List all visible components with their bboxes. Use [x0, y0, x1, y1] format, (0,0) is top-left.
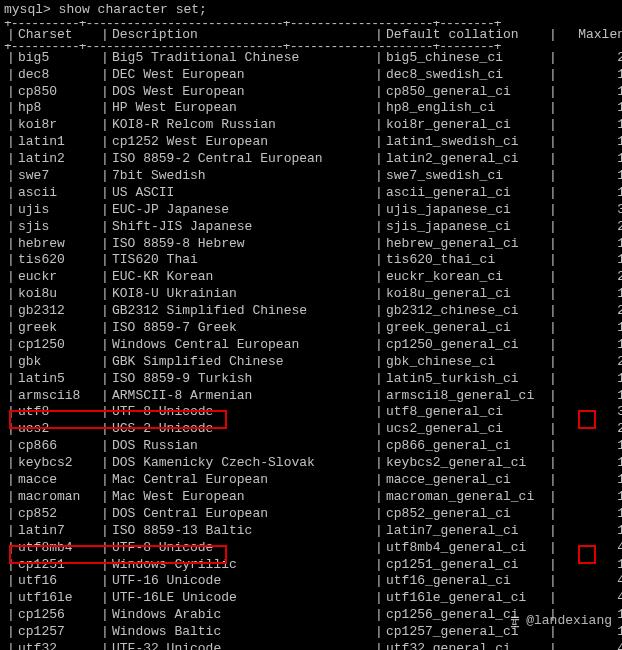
divider: |: [98, 540, 112, 557]
divider: |: [98, 219, 112, 236]
divider: |: [372, 151, 386, 168]
divider: |: [546, 455, 560, 472]
divider: |: [372, 236, 386, 253]
cell-collation: latin5_turkish_ci: [386, 371, 546, 388]
table-row: |dec8|DEC West European|dec8_swedish_ci|…: [0, 67, 622, 84]
divider: |: [546, 134, 560, 151]
divider: |: [4, 573, 18, 590]
cell-description: UTF-16 Unicode: [112, 573, 372, 590]
divider: |: [4, 286, 18, 303]
cell-charset: koi8u: [18, 286, 98, 303]
cell-maxlen: 1: [560, 286, 622, 303]
divider: |: [546, 168, 560, 185]
cell-collation: hebrew_general_ci: [386, 236, 546, 253]
cell-maxlen: 1: [560, 337, 622, 354]
divider: |: [372, 202, 386, 219]
cell-description: DOS West European: [112, 84, 372, 101]
cell-collation: macroman_general_ci: [386, 489, 546, 506]
cell-charset: cp852: [18, 506, 98, 523]
cell-charset: hebrew: [18, 236, 98, 253]
zhihu-icon: [508, 615, 522, 629]
divider: |: [4, 523, 18, 540]
divider: |: [4, 303, 18, 320]
cell-description: EUC-JP Japanese: [112, 202, 372, 219]
table-row: |gb2312|GB2312 Simplified Chinese|gb2312…: [0, 303, 622, 320]
cell-charset: big5: [18, 50, 98, 67]
cell-collation: cp866_general_ci: [386, 438, 546, 455]
cell-description: Shift-JIS Japanese: [112, 219, 372, 236]
divider: |: [372, 337, 386, 354]
cell-maxlen: 1: [560, 100, 622, 117]
divider: |: [546, 236, 560, 253]
divider: |: [372, 557, 386, 574]
cell-maxlen: 4: [560, 573, 622, 590]
divider: |: [98, 641, 112, 650]
cell-description: Mac Central European: [112, 472, 372, 489]
cell-collation: sjis_japanese_ci: [386, 219, 546, 236]
cell-maxlen: 1: [560, 134, 622, 151]
divider: |: [372, 540, 386, 557]
divider: |: [546, 472, 560, 489]
divider: |: [4, 404, 18, 421]
divider: |: [372, 27, 386, 44]
cell-description: Windows Arabic: [112, 607, 372, 624]
divider: |: [4, 67, 18, 84]
cell-maxlen: 1: [560, 185, 622, 202]
cell-charset: latin5: [18, 371, 98, 388]
divider: |: [372, 590, 386, 607]
cell-charset: latin2: [18, 151, 98, 168]
table-header-row: | Charset | Description | Default collat…: [0, 27, 622, 44]
cell-charset: keybcs2: [18, 455, 98, 472]
divider: |: [98, 27, 112, 44]
cell-maxlen: 3: [560, 404, 622, 421]
cell-charset: hp8: [18, 100, 98, 117]
divider: |: [546, 269, 560, 286]
divider: |: [98, 557, 112, 574]
cell-charset: dec8: [18, 67, 98, 84]
cell-collation: latin2_general_ci: [386, 151, 546, 168]
cell-charset: utf16le: [18, 590, 98, 607]
cell-maxlen: 4: [560, 540, 622, 557]
table-row: |tis620|TIS620 Thai|tis620_thai_ci|1|: [0, 252, 622, 269]
divider: |: [546, 573, 560, 590]
divider: |: [372, 523, 386, 540]
cell-maxlen: 1: [560, 67, 622, 84]
divider: |: [546, 404, 560, 421]
cell-maxlen: 1: [560, 151, 622, 168]
cell-maxlen: 1: [560, 252, 622, 269]
table-row: |utf8mb4|UTF-8 Unicode|utf8mb4_general_c…: [0, 540, 622, 557]
divider: |: [98, 84, 112, 101]
divider: |: [372, 388, 386, 405]
cell-maxlen: 1: [560, 523, 622, 540]
table-row: |utf16le|UTF-16LE Unicode|utf16le_genera…: [0, 590, 622, 607]
cell-description: KOI8-U Ukrainian: [112, 286, 372, 303]
cell-description: GBK Simplified Chinese: [112, 354, 372, 371]
divider: |: [546, 117, 560, 134]
divider: |: [372, 100, 386, 117]
cell-charset: armscii8: [18, 388, 98, 405]
cell-maxlen: 4: [560, 590, 622, 607]
divider: |: [372, 421, 386, 438]
cell-collation: latin1_swedish_ci: [386, 134, 546, 151]
header-charset: Charset: [18, 27, 98, 44]
divider: |: [4, 607, 18, 624]
divider: |: [4, 236, 18, 253]
divider: |: [372, 168, 386, 185]
divider: |: [98, 455, 112, 472]
table-row: |macroman|Mac West European|macroman_gen…: [0, 489, 622, 506]
divider: |: [4, 100, 18, 117]
divider: |: [372, 134, 386, 151]
divider: |: [372, 84, 386, 101]
cell-description: US ASCII: [112, 185, 372, 202]
divider: |: [4, 590, 18, 607]
cell-description: GB2312 Simplified Chinese: [112, 303, 372, 320]
cell-charset: cp1256: [18, 607, 98, 624]
divider: |: [98, 286, 112, 303]
cell-charset: utf16: [18, 573, 98, 590]
divider: |: [372, 371, 386, 388]
cell-maxlen: 1: [560, 472, 622, 489]
divider: |: [98, 404, 112, 421]
cell-charset: swe7: [18, 168, 98, 185]
cell-maxlen: 1: [560, 438, 622, 455]
table-row: |utf8|UTF-8 Unicode|utf8_general_ci|3|: [0, 404, 622, 421]
